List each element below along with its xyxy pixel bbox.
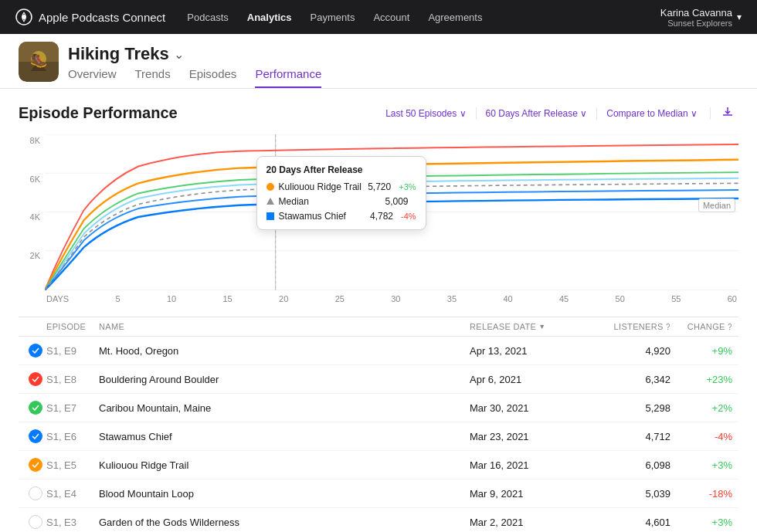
- tooltip-square-blue: [266, 212, 274, 220]
- podcast-title-chevron[interactable]: ⌄: [174, 47, 184, 62]
- episode-name: Caribou Mountain, Maine: [99, 402, 470, 414]
- release-date: Mar 2, 2021: [470, 517, 578, 528]
- table-row[interactable]: S1, E5 Kuliouou Ridge Trail Mar 16, 2021…: [19, 451, 738, 479]
- tooltip-dot-orange: [266, 183, 274, 191]
- change-value: +23%: [670, 374, 732, 385]
- th-change: CHANGE ?: [670, 322, 732, 331]
- filter-divider-3: [710, 107, 711, 120]
- tooltip-header: 20 Days After Release: [266, 164, 416, 175]
- x-label-55: 55: [671, 294, 681, 303]
- x-label-45: 45: [559, 294, 569, 303]
- x-label-50: 50: [616, 294, 625, 303]
- top-nav-links: Podcasts Analytics Payments Account Agre…: [187, 12, 482, 23]
- y-label-2k: 2K: [19, 251, 45, 260]
- episode-name: Bouldering Around Boulder: [99, 374, 470, 385]
- filter-episodes-btn[interactable]: Last 50 Episodes ∨: [379, 105, 472, 122]
- status-indicator: [25, 486, 46, 500]
- filter-controls: Last 50 Episodes ∨ 60 Days After Release…: [379, 103, 738, 124]
- chart-y-axis: 8K 6K 4K 2K: [19, 134, 45, 290]
- tooltip-value-1: 5,720: [368, 181, 391, 192]
- status-indicator: [25, 429, 46, 443]
- chart-container: 8K 6K 4K 2K: [19, 134, 738, 312]
- filter-divider-2: [596, 107, 597, 120]
- table-row[interactable]: S1, E9 Mt. Hood, Oregon Apr 13, 2021 4,9…: [19, 337, 738, 365]
- nav-agreements[interactable]: Agreements: [428, 12, 482, 23]
- tab-episodes[interactable]: Episodes: [189, 67, 237, 88]
- podcast-header: 🥾 Hiking Treks ⌄ Overview Trends Episode…: [0, 34, 757, 89]
- podcast-icon: [15, 8, 32, 25]
- x-label-days: DAYS: [46, 294, 69, 303]
- change-value: +3%: [670, 459, 732, 471]
- th-release-date[interactable]: RELEASE DATE ▼: [470, 322, 578, 331]
- episode-label: S1, E7: [46, 402, 99, 414]
- svg-text:🥾: 🥾: [30, 52, 48, 69]
- table-row[interactable]: S1, E4 Blood Mountain Loop Mar 9, 2021 5…: [19, 479, 738, 508]
- episode-name: Garden of the Gods Wilderness: [99, 517, 470, 528]
- brand-logo[interactable]: Apple Podcasts Connect: [15, 8, 165, 25]
- episode-label: S1, E5: [46, 459, 99, 471]
- listeners-count: 4,712: [578, 431, 670, 442]
- episode-name: Mt. Hood, Oregon: [99, 345, 470, 357]
- status-indicator: [25, 372, 46, 386]
- tooltip-row-3: Stawamus Chief 4,782 -4%: [266, 211, 416, 222]
- tooltip-value-2: 5,009: [385, 196, 409, 207]
- status-indicator: [25, 401, 46, 415]
- user-name: Karina Cavanna: [660, 7, 732, 19]
- tab-overview[interactable]: Overview: [68, 67, 117, 88]
- median-chart-label: Median: [698, 198, 735, 212]
- listeners-count: 6,098: [578, 459, 670, 471]
- change-value: -18%: [670, 488, 732, 500]
- episode-label: S1, E8: [46, 374, 99, 385]
- th-status: [25, 322, 46, 331]
- nav-podcasts[interactable]: Podcasts: [187, 12, 228, 23]
- nav-analytics[interactable]: Analytics: [247, 12, 292, 23]
- chart-x-axis: DAYS 5 10 15 20 25 30 35 40 45 50 55 60: [45, 290, 738, 312]
- change-value: -4%: [670, 431, 732, 442]
- tooltip-name-1: Kuliouou Ridge Trail: [279, 181, 364, 192]
- episode-name: Kuliouou Ridge Trail: [99, 459, 470, 471]
- y-label-4k: 4K: [19, 212, 45, 222]
- status-indicator: [25, 515, 46, 529]
- page-content: Episode Performance Last 50 Episodes ∨ 6…: [0, 89, 757, 532]
- download-btn[interactable]: [717, 103, 738, 124]
- table-row[interactable]: S1, E8 Bouldering Around Boulder Apr 6, …: [19, 365, 738, 394]
- release-date: Apr 13, 2021: [470, 345, 578, 357]
- listeners-count: 5,039: [578, 488, 670, 500]
- podcast-thumbnail: 🥾: [19, 42, 59, 82]
- release-date: Mar 16, 2021: [470, 459, 578, 471]
- tab-trends[interactable]: Trends: [135, 67, 171, 88]
- x-label-25: 25: [335, 294, 345, 303]
- user-menu[interactable]: Karina Cavanna Sunset Explorers ▾: [660, 7, 742, 28]
- listeners-count: 4,601: [578, 517, 670, 528]
- change-value: +2%: [670, 402, 732, 414]
- tooltip-change-3: -4%: [401, 212, 416, 221]
- filter-days-btn[interactable]: 60 Days After Release ∨: [480, 105, 594, 122]
- x-label-40: 40: [503, 294, 512, 303]
- x-label-30: 30: [391, 294, 400, 303]
- status-indicator: [25, 458, 46, 472]
- top-nav-left: Apple Podcasts Connect Podcasts Analytic…: [15, 8, 482, 25]
- x-label-15: 15: [223, 294, 233, 303]
- tooltip-name-2: Median: [279, 196, 381, 207]
- x-label-5: 5: [115, 294, 120, 303]
- chart-tooltip: 20 Days After Release Kuliouou Ridge Tra…: [256, 156, 426, 230]
- filter-compare-btn[interactable]: Compare to Median ∨: [600, 105, 704, 122]
- table-row[interactable]: S1, E6 Stawamus Chief Mar 23, 2021 4,712…: [19, 422, 738, 451]
- y-label-8k: 8K: [19, 136, 45, 145]
- tooltip-value-3: 4,782: [370, 211, 393, 222]
- release-date: Mar 30, 2021: [470, 402, 578, 414]
- x-label-20: 20: [279, 294, 288, 303]
- nav-payments[interactable]: Payments: [311, 12, 355, 23]
- podcast-title-nav: Hiking Treks ⌄ Overview Trends Episodes …: [68, 44, 738, 88]
- user-podcast: Sunset Explorers: [667, 19, 732, 28]
- top-nav: Apple Podcasts Connect Podcasts Analytic…: [0, 0, 757, 34]
- episode-label: S1, E4: [46, 488, 99, 500]
- podcast-title: Hiking Treks: [68, 44, 169, 64]
- tab-performance[interactable]: Performance: [255, 67, 321, 88]
- nav-account[interactable]: Account: [373, 12, 409, 23]
- episode-label: S1, E6: [46, 431, 99, 442]
- table-container: EPISODE NAME RELEASE DATE ▼ LISTENERS ? …: [19, 317, 738, 532]
- download-icon: [721, 106, 734, 118]
- table-row[interactable]: S1, E3 Garden of the Gods Wilderness Mar…: [19, 508, 738, 532]
- table-row[interactable]: S1, E7 Caribou Mountain, Maine Mar 30, 2…: [19, 394, 738, 422]
